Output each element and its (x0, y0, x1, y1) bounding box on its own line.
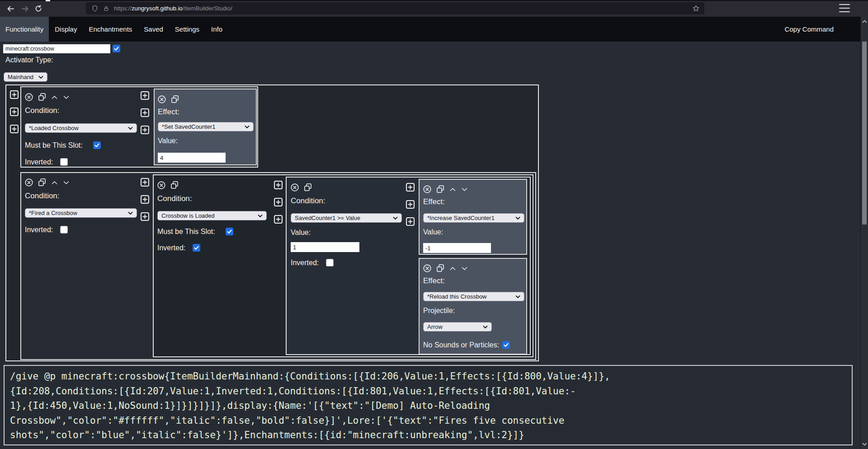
tab-label: Functionality (5, 25, 43, 33)
condition-select[interactable]: SavedCounter1 >= Value (291, 213, 402, 223)
add-condition-button[interactable] (141, 212, 149, 221)
card-toolbar (423, 264, 468, 273)
condition-select[interactable]: Crossbow is Loaded (157, 211, 267, 220)
effect-value: *Increase SavedCounter1 (427, 215, 495, 221)
effect-value: *Set SavedCounter1 (162, 123, 216, 130)
add-condition-group-button[interactable] (10, 108, 19, 116)
move-up-icon[interactable] (449, 265, 457, 272)
card-toolbar (423, 185, 468, 194)
add-condition-button[interactable] (141, 195, 149, 204)
delete-icon[interactable] (24, 178, 33, 187)
duplicate-icon[interactable] (38, 178, 47, 187)
condition-label: Condition: (25, 106, 60, 115)
nested-condition-container: Condition: Crossbow is Loaded Must be Th… (153, 174, 533, 357)
scroll-up-icon[interactable] (862, 19, 867, 23)
delete-icon[interactable] (157, 181, 166, 190)
no-sounds-checkbox[interactable] (502, 341, 510, 349)
add-effect-button[interactable] (141, 91, 149, 100)
inverted-checkbox[interactable] (193, 244, 200, 252)
must-slot-checkbox[interactable] (226, 228, 233, 235)
inverted-checkbox[interactable] (60, 226, 68, 234)
tab-enchantments[interactable]: Enchantments (83, 17, 138, 42)
duplicate-icon[interactable] (38, 93, 47, 102)
scroll-down-icon[interactable] (862, 442, 867, 446)
add-effect-button[interactable] (406, 217, 415, 226)
delete-icon[interactable] (423, 185, 432, 194)
lock-icon (103, 5, 109, 12)
value-input[interactable] (291, 242, 359, 252)
inverted-checkbox[interactable] (326, 259, 334, 267)
item-id-input[interactable] (3, 44, 110, 53)
add-condition-button[interactable] (274, 215, 283, 224)
check-icon (113, 46, 119, 51)
value-label: Value: (423, 228, 443, 236)
condition-select[interactable]: *Loaded Crossbow (25, 123, 137, 133)
delete-icon[interactable] (24, 93, 33, 102)
condition-label: Condition: (25, 192, 60, 201)
add-condition-button[interactable] (274, 198, 283, 206)
forward-button[interactable] (19, 3, 31, 14)
add-effect-button[interactable] (406, 183, 415, 192)
duplicate-icon[interactable] (170, 181, 179, 190)
must-slot-checkbox[interactable] (93, 141, 101, 149)
condition-select[interactable]: *Fired a Crossbow (25, 208, 137, 218)
tab-display[interactable]: Display (49, 17, 83, 42)
scrollbar-thumb[interactable] (862, 42, 867, 224)
delete-icon[interactable] (423, 264, 432, 273)
condition-group-2: Condition: *Fired a Crossbow Inverted: C… (20, 172, 536, 360)
add-condition-button[interactable] (141, 178, 149, 187)
duplicate-icon[interactable] (303, 183, 312, 192)
copy-command-button[interactable]: Copy Command (785, 17, 834, 42)
delete-icon[interactable] (290, 183, 299, 192)
chevron-down-icon (38, 75, 43, 79)
add-effect-button[interactable] (141, 126, 149, 134)
value-input[interactable] (158, 153, 226, 163)
reload-icon (35, 5, 42, 12)
duplicate-icon[interactable] (170, 95, 179, 104)
projectile-label: Projectile: (423, 307, 455, 315)
effect-select[interactable]: *Set SavedCounter1 (158, 122, 254, 131)
move-down-icon[interactable] (461, 265, 468, 272)
effect-select[interactable]: *Increase SavedCounter1 (423, 213, 524, 223)
add-condition-button[interactable] (274, 181, 283, 189)
move-up-icon[interactable] (449, 186, 457, 193)
duplicate-icon[interactable] (436, 185, 445, 194)
back-button[interactable] (5, 3, 16, 14)
command-line: /give @p minecraft:crossbow{ItemBuilderM… (10, 369, 846, 384)
command-output[interactable]: /give @p minecraft:crossbow{ItemBuilderM… (4, 365, 853, 445)
inverted-checkbox[interactable] (60, 158, 68, 166)
tab-saved[interactable]: Saved (138, 17, 169, 42)
add-effect-button[interactable] (141, 108, 149, 117)
projectile-select[interactable]: Arrow (423, 322, 492, 332)
chevron-down-icon (128, 211, 133, 215)
add-condition-group-button[interactable] (10, 125, 19, 133)
tab-settings[interactable]: Settings (169, 17, 205, 42)
move-down-icon[interactable] (461, 186, 468, 193)
value-input[interactable] (423, 243, 491, 253)
menu-button[interactable] (839, 4, 850, 12)
add-condition-group-button[interactable] (10, 90, 19, 99)
delete-icon[interactable] (157, 95, 166, 104)
url-bar[interactable]: https://zungrysoft.github.io/ItemBuilder… (86, 2, 704, 14)
move-down-icon[interactable] (62, 179, 70, 187)
effect-label: Effect: (423, 197, 445, 206)
duplicate-icon[interactable] (436, 264, 445, 273)
item-id-checkbox[interactable] (113, 45, 120, 52)
no-sounds-label: No Sounds or Particles: (423, 341, 499, 349)
card-toolbar (24, 178, 70, 187)
move-up-icon[interactable] (51, 179, 58, 187)
tab-label: Saved (144, 25, 163, 33)
effect-select[interactable]: *Reload this Crossbow (423, 292, 524, 301)
page-scrollbar[interactable] (860, 17, 868, 449)
tab-functionality[interactable]: Functionality (0, 17, 49, 42)
bookmark-star-icon[interactable] (692, 5, 700, 12)
url-text: https://zungrysoft.github.io/ItemBuilder… (114, 5, 232, 12)
activator-type-label: Activator Type: (5, 56, 53, 64)
reload-button[interactable] (33, 3, 44, 14)
activator-type-value: Mainhand (8, 74, 33, 80)
move-up-icon[interactable] (51, 94, 58, 101)
activator-type-select[interactable]: Mainhand (4, 72, 47, 82)
move-down-icon[interactable] (62, 94, 70, 101)
add-effect-button[interactable] (406, 200, 415, 209)
tab-info[interactable]: Info (205, 17, 228, 42)
